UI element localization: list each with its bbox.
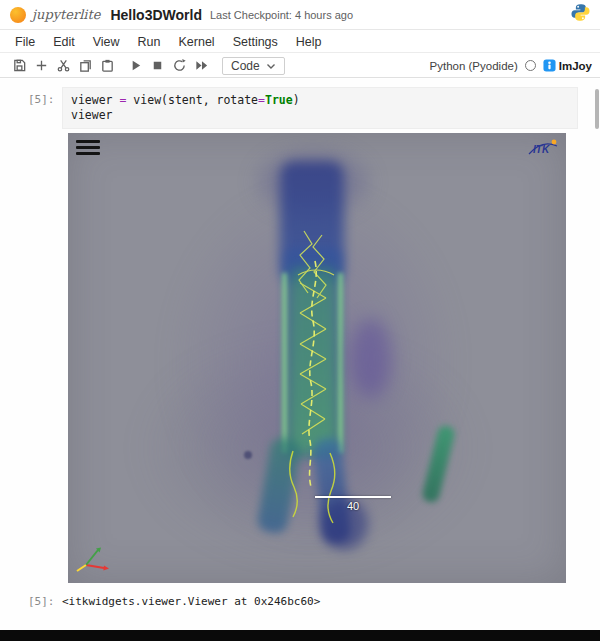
stent-mesh-graphic [68,133,566,583]
jupyterlite-wordmark[interactable]: jupyterlite [32,7,100,22]
menu-edit[interactable]: Edit [44,33,84,51]
code-editor[interactable]: viewer = view(stent, rotate=True) viewer [62,87,578,129]
cut-cells-icon[interactable] [52,56,74,76]
python-logo-icon [571,3,590,26]
scrollbar-thumb[interactable] [595,89,599,129]
scale-bar [315,496,391,498]
menu-kernel[interactable]: Kernel [170,33,224,51]
code-line-2: viewer [71,108,569,123]
menu-run[interactable]: Run [129,33,170,51]
menu-view[interactable]: View [84,33,129,51]
checkpoint-status: Last Checkpoint: 4 hours ago [210,9,353,21]
scale-bar-label: 40 [315,500,391,512]
itk-viewer-canvas[interactable]: ITK 40 [68,133,566,583]
kernel-status-icon [525,60,536,71]
menu-bar: File Edit View Run Kernel Settings Help [0,31,600,53]
viewer-menu-icon[interactable] [76,140,100,158]
copy-cells-icon[interactable] [74,56,96,76]
imjoy-button[interactable]: ImJoy [543,59,592,72]
insert-cell-icon[interactable] [30,56,52,76]
menu-settings[interactable]: Settings [224,33,287,51]
jupyterlite-logo-icon[interactable] [10,7,26,23]
cell-type-dropdown[interactable]: Code [222,57,285,75]
cell-output-widget: ITK 40 [68,133,566,583]
jupyterlite-app: jupyterlite Hello3DWorld Last Checkpoint… [0,0,600,641]
cell-output-prompt: [5]: [28,595,55,608]
header: jupyterlite Hello3DWorld Last Checkpoint… [0,0,600,30]
itk-logo: ITK [526,137,560,163]
menu-file[interactable]: File [6,33,44,51]
paste-cells-icon[interactable] [96,56,118,76]
run-cell-icon[interactable] [124,56,146,76]
notebook-title[interactable]: Hello3DWorld [110,7,202,23]
kernel-name[interactable]: Python (Pyodide) [430,60,518,72]
restart-kernel-icon[interactable] [168,56,190,76]
cell-input-prompt: [5]: [28,93,55,106]
orientation-axes-icon [74,545,112,579]
code-line-1: viewer = view(stent, rotate=True) [71,93,569,108]
svg-text:ITK: ITK [533,144,550,155]
cell-type-label: Code [231,59,260,73]
menu-help[interactable]: Help [287,33,331,51]
chevron-down-icon [266,62,276,70]
save-icon[interactable] [8,56,30,76]
restart-run-all-icon[interactable] [190,56,212,76]
interrupt-kernel-icon[interactable] [146,56,168,76]
imjoy-label: ImJoy [559,60,592,72]
output-repr-text: <itkwidgets.viewer.Viewer at 0x246bc60> [62,595,320,608]
notebook-toolbar: Code Python (Pyodide) ImJoy [0,54,600,78]
notebook-panel: [5]: viewer = view(stent, rotate=True) v… [0,79,600,630]
imjoy-icon [543,59,556,72]
bottom-black-bar [0,630,600,641]
